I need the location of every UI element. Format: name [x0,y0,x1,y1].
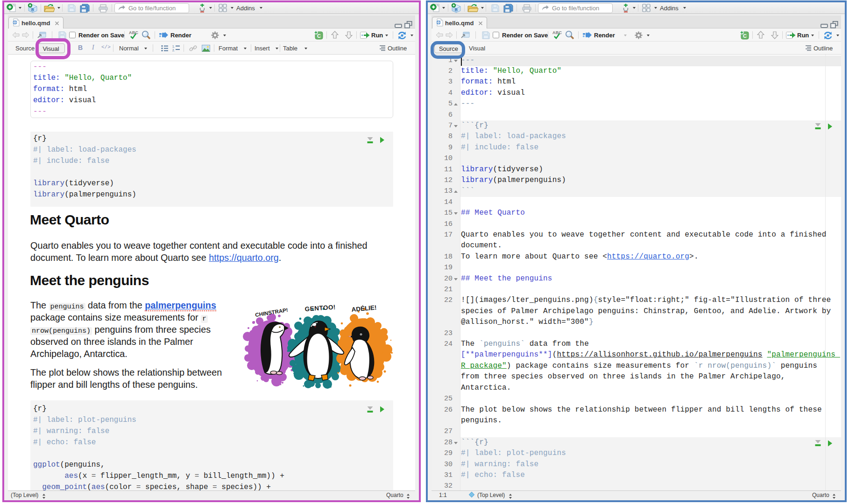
svg-text:ADÉLIE!: ADÉLIE! [351,304,377,313]
svg-text:C: C [743,33,747,39]
svg-text:R: R [31,7,35,12]
svg-text:C: C [317,33,321,39]
svg-text:1.: 1. [172,45,175,48]
svg-text:GENTOO!: GENTOO! [304,303,336,313]
svg-text:R: R [455,7,458,12]
svg-text:ABC: ABC [552,30,562,35]
svg-text:ABC: ABC [129,30,138,35]
svg-text:2.: 2. [172,49,175,52]
